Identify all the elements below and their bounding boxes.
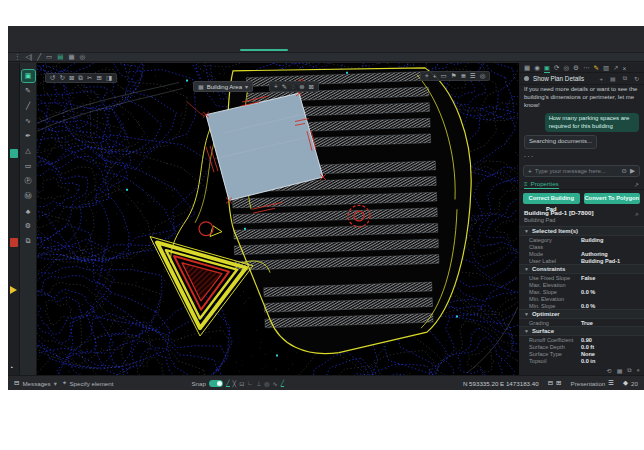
active-layer-tile[interactable]: [10, 149, 18, 158]
mic-icon[interactable]: ⊙: [622, 167, 627, 175]
tool-button[interactable]: ⚙: [22, 220, 35, 232]
panel-toolbar-icon[interactable]: ▥: [603, 64, 609, 72]
building-area-chip[interactable]: ▦ Building Area ▾: [193, 81, 253, 92]
panel-toolbar-icon[interactable]: ▦: [524, 64, 530, 72]
top-toolbar-icon[interactable]: ▤: [57, 53, 63, 61]
panel-toolbar-icon[interactable]: ⟳: [554, 64, 559, 72]
area-tool-icon[interactable]: ◌: [291, 83, 295, 90]
section-header[interactable]: ▼Surface: [519, 326, 644, 336]
property-row[interactable]: Grading True: [519, 319, 644, 326]
area-tool-icon[interactable]: ⊗: [299, 83, 304, 91]
property-row[interactable]: Mode Authoring: [519, 250, 644, 257]
panel-toolbar-icon[interactable]: ⚙: [573, 64, 579, 72]
site-plan-canvas[interactable]: ↺↻⊠⧉✂⊞◨ ▦ Building Area ▾ +✎◌⊗⊠ ⌖+▭⚑≣☰◎: [37, 63, 518, 375]
property-row[interactable]: User Label Building Pad-1: [519, 257, 644, 264]
snap-mode-icon[interactable]: ⊥: [256, 380, 261, 387]
top-toolbar-icon[interactable]: ▭: [46, 53, 52, 61]
canvas-edit-icon[interactable]: ⧉: [78, 74, 83, 82]
panel-footer-icon[interactable]: ⟲: [607, 367, 612, 374]
property-row[interactable]: Max. Elevation: [519, 281, 644, 288]
snap-mode-icon[interactable]: ╱: [226, 379, 230, 387]
property-row[interactable]: Surface Type None: [519, 350, 644, 357]
zoom-indicator[interactable]: ◆ 20: [623, 379, 638, 387]
canvas-view-icon[interactable]: ⌖: [425, 72, 429, 80]
panel-toolbar-icon[interactable]: ◎: [563, 64, 569, 72]
action-button[interactable]: Correct Building Pad: [523, 193, 580, 204]
property-row[interactable]: Surface Depth 0.0 ft: [519, 343, 644, 350]
snap-mode-icon[interactable]: ∟: [247, 380, 253, 386]
canvas-view-icon[interactable]: ◎: [480, 72, 486, 80]
view-toggle-icon[interactable]: ⊟: [548, 379, 553, 387]
canvas-view-icon[interactable]: ☰: [470, 72, 476, 80]
history-icon[interactable]: ↻: [634, 75, 639, 82]
canvas-view-icon[interactable]: +: [433, 73, 437, 80]
send-icon[interactable]: ▶: [630, 167, 635, 175]
chat-input[interactable]: [535, 168, 619, 174]
property-row[interactable]: Topsoil 0.0 in: [519, 357, 644, 364]
tool-button[interactable]: Ⓟ: [22, 175, 35, 187]
top-toolbar-icon[interactable]: ◁|: [26, 53, 33, 61]
property-row[interactable]: Min. Elevation: [519, 295, 644, 302]
attach-icon[interactable]: +: [528, 168, 532, 175]
canvas-view-icon[interactable]: ≣: [460, 72, 465, 80]
panel-footer-icon[interactable]: ⧉: [627, 367, 631, 374]
tool-button[interactable]: ♣: [22, 205, 35, 217]
canvas-edit-icon[interactable]: ⊞: [96, 74, 101, 82]
area-tool-icon[interactable]: ⊠: [309, 83, 314, 91]
tool-button[interactable]: ▣: [22, 70, 35, 82]
presentation-button[interactable]: Presentation ☰: [571, 379, 615, 387]
top-toolbar-icon[interactable]: ╱: [37, 53, 41, 61]
tool-button[interactable]: ✎: [22, 85, 35, 97]
section-header[interactable]: ▼Optimizer: [519, 309, 644, 319]
property-row[interactable]: Category Building: [519, 236, 644, 243]
canvas-edit-icon[interactable]: ↻: [59, 74, 64, 82]
canvas-view-icon[interactable]: ▭: [440, 72, 446, 80]
property-row[interactable]: Max. Slope 0.0 %: [519, 288, 644, 295]
property-row[interactable]: Use Fixed Slope False: [519, 274, 644, 281]
snap-mode-icon[interactable]: ∿: [273, 380, 278, 387]
tool-button[interactable]: ✒: [22, 130, 35, 142]
panel-expand-icon[interactable]: ↗: [634, 181, 639, 188]
property-row[interactable]: Runoff Coefficient 0.90: [519, 336, 644, 343]
canvas-edit-icon[interactable]: ⊠: [69, 74, 74, 82]
snap-mode-icon[interactable]: ╳: [233, 380, 237, 387]
area-tool-icon[interactable]: ✎: [282, 83, 287, 91]
panel-toolbar-icon[interactable]: ↗: [613, 64, 618, 72]
tool-button[interactable]: ∿: [22, 115, 35, 127]
section-header[interactable]: ▼Selected Item(s): [519, 226, 644, 236]
tool-button[interactable]: △: [22, 145, 35, 157]
area-tool-icon[interactable]: +: [274, 83, 278, 90]
tool-button[interactable]: ▭: [22, 160, 35, 172]
messages-button[interactable]: ⊟ Messages ▾: [14, 379, 57, 387]
alert-layer-tile[interactable]: [10, 238, 18, 247]
canvas-edit-icon[interactable]: ◨: [106, 74, 112, 82]
panel-toolbar-icon[interactable]: ×: [623, 65, 627, 72]
property-row[interactable]: Class: [519, 243, 644, 250]
top-toolbar-icon[interactable]: ▦: [68, 53, 74, 61]
top-toolbar-icon[interactable]: ◎: [80, 53, 86, 61]
canvas-edit-icon[interactable]: ✂: [87, 74, 92, 82]
snap-mode-icon[interactable]: ◎: [264, 380, 269, 387]
new-chat-icon[interactable]: +: [599, 76, 603, 82]
save-chat-icon[interactable]: ▤: [610, 75, 616, 82]
property-row[interactable]: Min. Slope 0.0 %: [519, 302, 644, 309]
clock-icon[interactable]: ◔: [9, 364, 13, 371]
tool-button[interactable]: ╱: [22, 100, 35, 112]
panel-toolbar-icon[interactable]: ✎: [593, 64, 598, 72]
action-button[interactable]: Convert To Polygon: [584, 193, 641, 204]
tool-button[interactable]: Ⓜ: [22, 190, 35, 202]
panel-toolbar-icon[interactable]: ◉: [534, 64, 540, 72]
popout-icon[interactable]: ⧉: [623, 75, 627, 82]
canvas-view-icon[interactable]: ⚑: [451, 72, 457, 80]
tool-button[interactable]: ⧉: [22, 235, 35, 247]
panel-footer-icon[interactable]: ⌖: [637, 367, 640, 374]
snap-mode-icon[interactable]: ╱: [281, 379, 285, 387]
view-toggle-icon[interactable]: ⊞: [556, 379, 561, 387]
section-header[interactable]: ▼Constraints: [519, 264, 644, 274]
tab-properties[interactable]: ≡ Properties: [524, 179, 559, 189]
panel-toolbar-icon[interactable]: ⋯: [583, 64, 590, 72]
search-icon[interactable]: ⌕: [635, 210, 639, 218]
snap-mode-icon[interactable]: ⊡: [239, 380, 244, 387]
panel-footer-icon[interactable]: ▦: [617, 367, 623, 374]
top-toolbar-icon[interactable]: ⋮: [14, 53, 21, 61]
